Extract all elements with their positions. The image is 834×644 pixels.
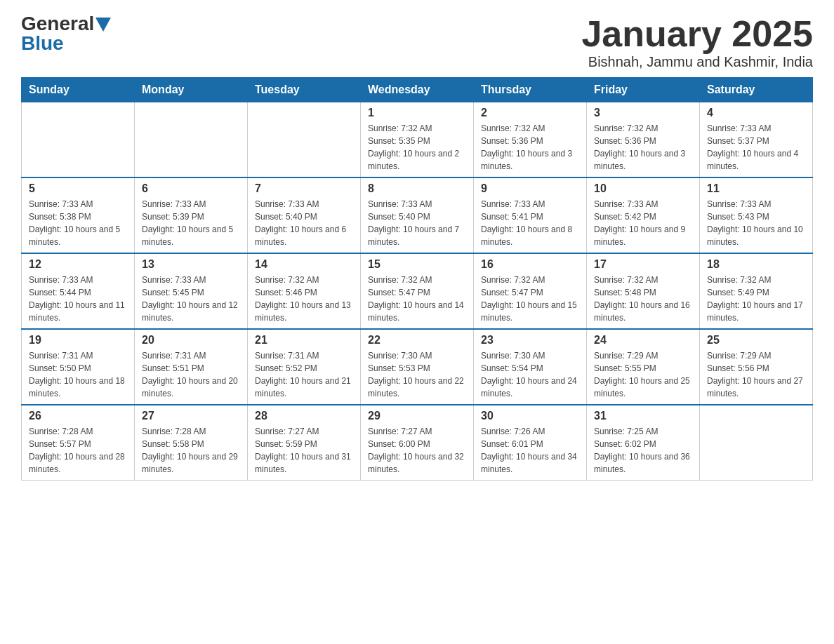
subtitle: Bishnah, Jammu and Kashmir, India [581,54,813,70]
header-wednesday: Wednesday [361,78,474,102]
day-number: 17 [594,258,692,271]
table-row: 1Sunrise: 7:32 AM Sunset: 5:35 PM Daylig… [361,102,474,178]
day-number: 8 [368,182,466,195]
day-info: Sunrise: 7:33 AM Sunset: 5:38 PM Dayligh… [29,198,127,248]
table-row: 6Sunrise: 7:33 AM Sunset: 5:39 PM Daylig… [135,177,248,253]
page-header: General Blue January 2025 Bishnah, Jammu… [21,14,813,70]
day-info: Sunrise: 7:33 AM Sunset: 5:41 PM Dayligh… [481,198,579,248]
day-info: Sunrise: 7:30 AM Sunset: 5:53 PM Dayligh… [368,349,466,400]
table-row: 12Sunrise: 7:33 AM Sunset: 5:44 PM Dayli… [22,253,135,329]
calendar-week-row: 26Sunrise: 7:28 AM Sunset: 5:57 PM Dayli… [22,405,813,481]
header-saturday: Saturday [700,78,813,102]
table-row [248,102,361,178]
table-row [135,102,248,178]
table-row: 8Sunrise: 7:33 AM Sunset: 5:40 PM Daylig… [361,177,474,253]
day-info: Sunrise: 7:33 AM Sunset: 5:40 PM Dayligh… [255,198,353,248]
table-row: 3Sunrise: 7:32 AM Sunset: 5:36 PM Daylig… [587,102,700,178]
day-number: 29 [368,410,466,422]
table-row: 14Sunrise: 7:32 AM Sunset: 5:46 PM Dayli… [248,253,361,329]
table-row: 27Sunrise: 7:28 AM Sunset: 5:58 PM Dayli… [135,405,248,481]
table-row: 22Sunrise: 7:30 AM Sunset: 5:53 PM Dayli… [361,329,474,405]
day-info: Sunrise: 7:33 AM Sunset: 5:43 PM Dayligh… [707,198,805,248]
table-row: 13Sunrise: 7:33 AM Sunset: 5:45 PM Dayli… [135,253,248,329]
day-number: 31 [594,410,692,422]
day-number: 14 [255,258,353,271]
day-number: 28 [255,410,353,422]
header-tuesday: Tuesday [248,78,361,102]
table-row: 21Sunrise: 7:31 AM Sunset: 5:52 PM Dayli… [248,329,361,405]
table-row [22,102,135,178]
calendar-week-row: 19Sunrise: 7:31 AM Sunset: 5:50 PM Dayli… [22,329,813,405]
day-info: Sunrise: 7:33 AM Sunset: 5:39 PM Dayligh… [142,198,240,248]
day-number: 20 [142,334,240,347]
day-info: Sunrise: 7:28 AM Sunset: 5:58 PM Dayligh… [142,425,240,476]
day-number: 5 [29,182,127,195]
day-info: Sunrise: 7:31 AM Sunset: 5:52 PM Dayligh… [255,349,353,400]
day-info: Sunrise: 7:33 AM Sunset: 5:37 PM Dayligh… [707,122,805,173]
title-section: January 2025 Bishnah, Jammu and Kashmir,… [581,14,813,70]
table-row: 10Sunrise: 7:33 AM Sunset: 5:42 PM Dayli… [587,177,700,253]
logo-blue: Blue [21,32,64,55]
day-info: Sunrise: 7:33 AM Sunset: 5:40 PM Dayligh… [368,198,466,248]
header-monday: Monday [135,78,248,102]
header-friday: Friday [587,78,700,102]
table-row: 2Sunrise: 7:32 AM Sunset: 5:36 PM Daylig… [474,102,587,178]
day-number: 6 [142,182,240,195]
day-info: Sunrise: 7:33 AM Sunset: 5:42 PM Dayligh… [594,198,692,248]
day-info: Sunrise: 7:31 AM Sunset: 5:50 PM Dayligh… [29,349,127,400]
table-row: 19Sunrise: 7:31 AM Sunset: 5:50 PM Dayli… [22,329,135,405]
calendar-week-row: 1Sunrise: 7:32 AM Sunset: 5:35 PM Daylig… [22,102,813,178]
day-info: Sunrise: 7:32 AM Sunset: 5:35 PM Dayligh… [368,122,466,173]
table-row: 28Sunrise: 7:27 AM Sunset: 5:59 PM Dayli… [248,405,361,481]
day-number: 1 [368,107,466,119]
day-info: Sunrise: 7:32 AM Sunset: 5:49 PM Dayligh… [707,274,805,324]
day-info: Sunrise: 7:32 AM Sunset: 5:47 PM Dayligh… [481,274,579,324]
table-row: 20Sunrise: 7:31 AM Sunset: 5:51 PM Dayli… [135,329,248,405]
day-number: 4 [707,107,805,119]
day-number: 27 [142,410,240,422]
day-number: 22 [368,334,466,347]
main-title: January 2025 [581,14,813,54]
logo: General Blue [21,14,111,55]
table-row: 17Sunrise: 7:32 AM Sunset: 5:48 PM Dayli… [587,253,700,329]
day-info: Sunrise: 7:32 AM Sunset: 5:48 PM Dayligh… [594,274,692,324]
day-number: 19 [29,334,127,347]
day-info: Sunrise: 7:29 AM Sunset: 5:56 PM Dayligh… [707,349,805,400]
day-info: Sunrise: 7:32 AM Sunset: 5:46 PM Dayligh… [255,274,353,324]
calendar-week-row: 5Sunrise: 7:33 AM Sunset: 5:38 PM Daylig… [22,177,813,253]
day-number: 26 [29,410,127,422]
day-number: 30 [481,410,579,422]
logo-general: General [21,14,94,34]
day-number: 7 [255,182,353,195]
day-number: 9 [481,182,579,195]
day-info: Sunrise: 7:33 AM Sunset: 5:45 PM Dayligh… [142,274,240,324]
day-info: Sunrise: 7:33 AM Sunset: 5:44 PM Dayligh… [29,274,127,324]
table-row: 16Sunrise: 7:32 AM Sunset: 5:47 PM Dayli… [474,253,587,329]
day-info: Sunrise: 7:27 AM Sunset: 6:00 PM Dayligh… [368,425,466,476]
day-number: 11 [707,182,805,195]
table-row: 24Sunrise: 7:29 AM Sunset: 5:55 PM Dayli… [587,329,700,405]
calendar-header-row: Sunday Monday Tuesday Wednesday Thursday… [22,78,813,102]
table-row: 29Sunrise: 7:27 AM Sunset: 6:00 PM Dayli… [361,405,474,481]
header-thursday: Thursday [474,78,587,102]
day-info: Sunrise: 7:26 AM Sunset: 6:01 PM Dayligh… [481,425,579,476]
table-row: 7Sunrise: 7:33 AM Sunset: 5:40 PM Daylig… [248,177,361,253]
day-number: 15 [368,258,466,271]
day-number: 12 [29,258,127,271]
day-number: 13 [142,258,240,271]
header-sunday: Sunday [22,78,135,102]
day-number: 2 [481,107,579,119]
day-number: 21 [255,334,353,347]
day-info: Sunrise: 7:31 AM Sunset: 5:51 PM Dayligh… [142,349,240,400]
svg-marker-0 [95,18,111,32]
day-number: 23 [481,334,579,347]
table-row: 25Sunrise: 7:29 AM Sunset: 5:56 PM Dayli… [700,329,813,405]
table-row: 11Sunrise: 7:33 AM Sunset: 5:43 PM Dayli… [700,177,813,253]
day-info: Sunrise: 7:28 AM Sunset: 5:57 PM Dayligh… [29,425,127,476]
calendar-table: Sunday Monday Tuesday Wednesday Thursday… [21,77,813,481]
table-row: 31Sunrise: 7:25 AM Sunset: 6:02 PM Dayli… [587,405,700,481]
day-info: Sunrise: 7:32 AM Sunset: 5:47 PM Dayligh… [368,274,466,324]
table-row: 5Sunrise: 7:33 AM Sunset: 5:38 PM Daylig… [22,177,135,253]
table-row [700,405,813,481]
table-row: 15Sunrise: 7:32 AM Sunset: 5:47 PM Dayli… [361,253,474,329]
